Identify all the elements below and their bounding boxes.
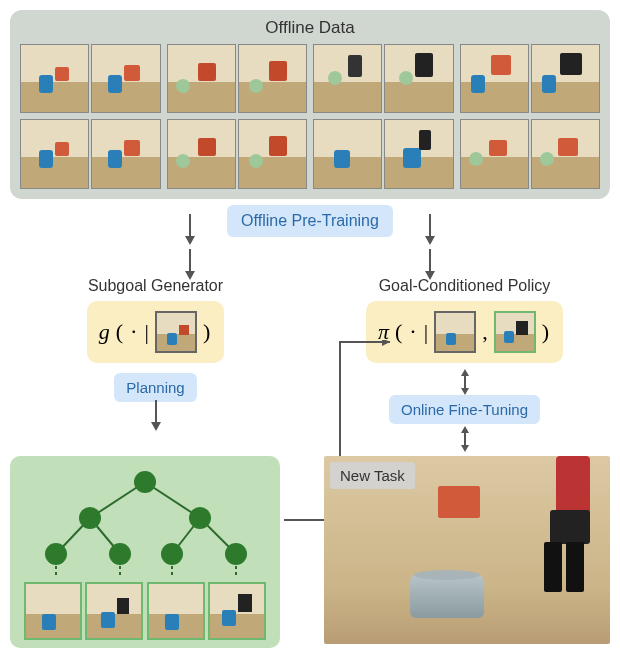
svg-marker-5 xyxy=(461,445,469,452)
svg-point-20 xyxy=(45,543,67,565)
goal-thumbnail xyxy=(494,311,536,353)
pretrain-label: Offline Pre-Training xyxy=(227,205,393,237)
svg-rect-24 xyxy=(556,456,590,514)
svg-marker-1 xyxy=(461,369,469,376)
mid-row: Subgoal Generator g ( · | ) Planning Goa… xyxy=(10,277,610,452)
policy-function-box: π ( · | , ) xyxy=(366,301,563,363)
offline-data-box: Offline Data xyxy=(10,10,610,199)
thumbnail xyxy=(20,119,89,188)
offline-data-title: Offline Data xyxy=(20,18,600,38)
g-symbol: g xyxy=(99,319,110,345)
thumbnail xyxy=(238,119,307,188)
thumbnail xyxy=(384,119,453,188)
thumbnail xyxy=(91,119,160,188)
offline-thumbnail-grid xyxy=(20,44,600,189)
robot-arm-icon xyxy=(506,456,596,606)
svg-point-18 xyxy=(79,507,101,529)
thumb-pair xyxy=(460,44,601,113)
svg-marker-4 xyxy=(461,426,469,433)
subgoal-thumbnail xyxy=(85,582,143,640)
figure-container: Offline Data xyxy=(10,10,610,658)
thumb-pair xyxy=(20,119,161,188)
thumbnail xyxy=(167,44,236,113)
thumbnail xyxy=(460,44,529,113)
pi-symbol: π xyxy=(378,319,389,345)
thumbnail xyxy=(460,119,529,188)
bidirectional-arrow-icon xyxy=(455,369,475,395)
bidirectional-arrow-icon xyxy=(455,426,475,452)
new-task-image: New Task xyxy=(324,456,610,644)
svg-point-23 xyxy=(225,543,247,565)
drawer-object-icon xyxy=(438,486,480,518)
thumbnail xyxy=(167,119,236,188)
svg-point-19 xyxy=(189,507,211,529)
state-thumbnail xyxy=(155,311,197,353)
bottom-row: New Task xyxy=(10,456,610,648)
thumbnail xyxy=(91,44,160,113)
new-task-label: New Task xyxy=(330,462,415,489)
svg-point-17 xyxy=(134,471,156,493)
subgoal-thumbnail xyxy=(208,582,266,640)
thumb-pair xyxy=(167,44,308,113)
svg-rect-25 xyxy=(550,510,590,544)
subgoal-column: Subgoal Generator g ( · | ) Planning xyxy=(10,277,301,452)
subgoal-thumbnail xyxy=(24,582,82,640)
subgoal-thumbnail xyxy=(147,582,205,640)
state-thumbnail xyxy=(434,311,476,353)
planning-label: Planning xyxy=(114,373,196,402)
planning-tree-box xyxy=(10,456,280,648)
thumbnail xyxy=(238,44,307,113)
svg-rect-26 xyxy=(544,542,562,592)
thumb-pair xyxy=(460,119,601,188)
thumb-pair xyxy=(167,119,308,188)
tree-leaf-row xyxy=(20,582,270,640)
thumbnail xyxy=(531,119,600,188)
finetune-label: Online Fine-Tuning xyxy=(389,395,540,424)
can-object-icon xyxy=(410,574,484,618)
thumbnail xyxy=(531,44,600,113)
thumb-pair xyxy=(313,44,454,113)
svg-point-22 xyxy=(161,543,183,565)
thumb-pair xyxy=(20,44,161,113)
svg-rect-27 xyxy=(566,542,584,592)
thumbnail xyxy=(313,119,382,188)
thumbnail xyxy=(20,44,89,113)
svg-point-21 xyxy=(109,543,131,565)
subgoal-function-box: g ( · | ) xyxy=(87,301,225,363)
subgoal-title: Subgoal Generator xyxy=(88,277,223,295)
tree-diagram-icon xyxy=(22,468,268,580)
svg-marker-2 xyxy=(461,388,469,395)
policy-title: Goal-Conditioned Policy xyxy=(379,277,551,295)
policy-column: Goal-Conditioned Policy π ( · | , ) Onli… xyxy=(319,277,610,452)
thumbnail xyxy=(384,44,453,113)
thumbnail xyxy=(313,44,382,113)
thumb-pair xyxy=(313,119,454,188)
